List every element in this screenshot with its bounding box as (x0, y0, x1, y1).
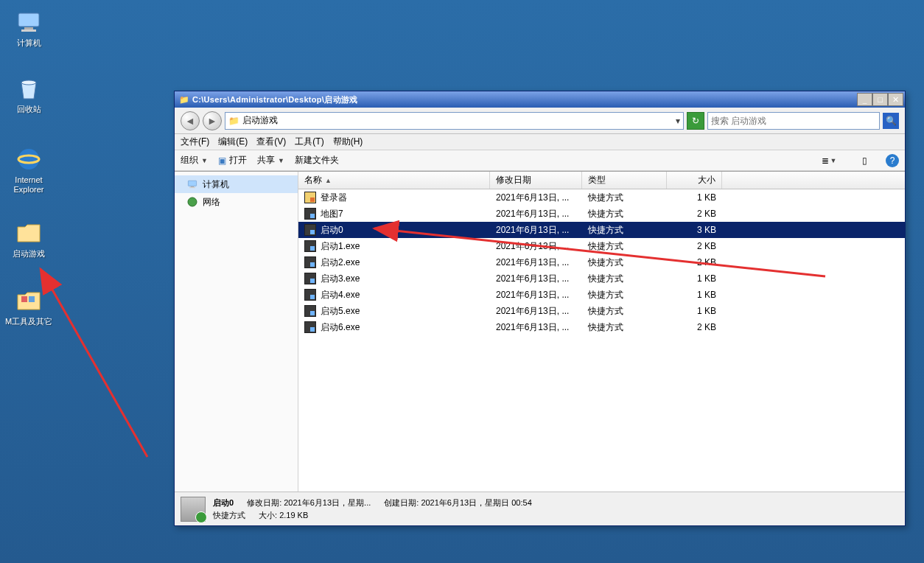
preview-pane-button[interactable]: ▯ (850, 153, 878, 168)
file-list: 名称▲ 修改日期 类型 大小 登录器2021年6月13日, ...快捷方式1 K… (298, 172, 905, 492)
file-type: 快捷方式 (582, 256, 667, 269)
menubar: 文件(F) 编辑(E) 查看(V) 工具(T) 帮助(H) (175, 134, 905, 150)
menu-edit[interactable]: 编辑(E) (218, 136, 248, 148)
sidebar-item-1[interactable]: 网络 (175, 193, 298, 211)
file-date: 2021年6月13日, ... (490, 192, 582, 204)
file-row[interactable]: 启动2.exe2021年6月13日, ...快捷方式2 KB (298, 254, 905, 270)
sidebar: 计算机网络 (175, 172, 298, 492)
search-go-button[interactable]: 🔍 (883, 113, 899, 129)
file-name: 地图7 (321, 208, 343, 220)
minimize-button[interactable]: _ (857, 93, 872, 106)
file-icon (304, 240, 316, 252)
file-size: 3 KB (667, 225, 722, 235)
svg-point-11 (188, 197, 197, 206)
refresh-button[interactable]: ↻ (687, 112, 704, 130)
sidebar-item-label: 网络 (203, 196, 220, 209)
address-bar[interactable]: 📁 启动游戏 ▾ (225, 112, 684, 130)
header-date[interactable]: 修改日期 (490, 172, 582, 189)
file-date: 2021年6月13日, ... (490, 224, 582, 237)
file-icon (304, 273, 316, 284)
file-row[interactable]: 启动5.exe2021年6月13日, ...快捷方式1 KB (298, 303, 905, 319)
file-type: 快捷方式 (582, 224, 667, 237)
file-name: 登录器 (321, 192, 347, 204)
file-type: 快捷方式 (582, 192, 667, 204)
close-button[interactable]: ✕ (888, 93, 903, 106)
desktop-icon-label: InternetExplorer (14, 175, 44, 195)
file-type: 快捷方式 (582, 305, 667, 318)
file-date: 2021年6月13日, ... (490, 289, 582, 301)
svg-rect-0 (18, 13, 39, 27)
open-button[interactable]: ▣打开 (218, 154, 247, 167)
menu-view[interactable]: 查看(V) (256, 136, 286, 148)
desktop-icon-0[interactable]: 计算机 (1, 7, 56, 48)
desktop-icon-3[interactable]: 启动游戏 (1, 218, 56, 259)
file-name: 启动2.exe (321, 256, 360, 269)
share-button[interactable]: 共享▼ (257, 154, 284, 167)
recycle-icon (14, 74, 43, 103)
file-date: 2021年6月13日, ... (490, 305, 582, 318)
status-type: 快捷方式 (213, 510, 245, 521)
svg-rect-1 (24, 27, 33, 29)
desktop-icon-2[interactable]: InternetExplorer (1, 144, 56, 195)
network-icon (186, 196, 198, 208)
file-size: 1 KB (667, 306, 722, 316)
file-name: 启动0 (321, 224, 343, 237)
file-row[interactable]: 登录器2021年6月13日, ...快捷方式1 KB (298, 189, 905, 206)
folder-multi-icon (14, 286, 43, 315)
desktop-icon-1[interactable]: 回收站 (1, 74, 56, 114)
file-icon (304, 305, 316, 317)
header-type[interactable]: 类型 (582, 172, 667, 189)
file-type: 快捷方式 (582, 289, 667, 301)
forward-button[interactable]: ► (203, 111, 222, 130)
file-row[interactable]: 启动02021年6月13日, ...快捷方式3 KB (298, 222, 905, 238)
svg-rect-8 (188, 181, 196, 186)
file-type: 快捷方式 (582, 208, 667, 220)
file-name: 启动3.exe (321, 273, 360, 285)
file-size: 2 KB (667, 257, 722, 267)
file-name: 启动6.exe (321, 321, 360, 334)
organize-button[interactable]: 组织▼ (181, 154, 208, 167)
file-icon (304, 321, 316, 333)
help-button[interactable]: ? (886, 154, 899, 167)
file-row[interactable]: 启动3.exe2021年6月13日, ...快捷方式1 KB (298, 270, 905, 287)
search-input[interactable] (711, 116, 876, 126)
desktop-icon-label: 计算机 (17, 38, 41, 48)
desktop-icon-label: 回收站 (17, 105, 41, 114)
header-size[interactable]: 大小 (667, 172, 722, 189)
menu-file[interactable]: 文件(F) (181, 136, 209, 148)
svg-rect-7 (29, 296, 35, 302)
file-size: 2 KB (667, 209, 722, 219)
file-row[interactable]: 启动1.exe2021年6月13日, ...快捷方式2 KB (298, 238, 905, 254)
computer-icon (14, 7, 43, 37)
search-box[interactable] (707, 112, 880, 130)
sidebar-item-0[interactable]: 计算机 (175, 175, 298, 193)
desktop-icon-4[interactable]: M工具及其它 (1, 286, 56, 326)
status-size: 2.19 KB (279, 511, 308, 520)
svg-rect-10 (189, 187, 195, 188)
file-date: 2021年6月13日, ... (490, 240, 582, 253)
file-name: 启动4.exe (321, 289, 360, 301)
titlebar[interactable]: 📁 C:\Users\Administrator\Desktop\启动游戏 _ … (175, 91, 905, 108)
status-created: 2021年6月13日，星期日 00:54 (421, 498, 531, 507)
view-mode-button[interactable]: ≣ ▼ (815, 153, 843, 168)
maximize-button[interactable]: □ (872, 93, 888, 106)
file-name: 启动1.exe (321, 240, 360, 253)
address-dropdown-icon[interactable]: ▾ (676, 116, 680, 126)
file-icon (304, 289, 316, 301)
svg-rect-2 (21, 29, 36, 32)
new-folder-button[interactable]: 新建文件夹 (295, 154, 339, 167)
menu-tools[interactable]: 工具(T) (295, 136, 323, 148)
folder-icon: 📁 (228, 116, 239, 126)
file-date: 2021年6月13日, ... (490, 208, 582, 220)
status-modified: 2021年6月13日，星期... (284, 498, 371, 507)
menu-help[interactable]: 帮助(H) (333, 136, 363, 148)
file-icon (304, 192, 316, 203)
file-row[interactable]: 地图72021年6月13日, ...快捷方式2 KB (298, 206, 905, 222)
back-button[interactable]: ◄ (181, 111, 200, 130)
file-row[interactable]: 启动6.exe2021年6月13日, ...快捷方式2 KB (298, 319, 905, 335)
file-icon (304, 208, 316, 220)
file-row[interactable]: 启动4.exe2021年6月13日, ...快捷方式1 KB (298, 287, 905, 303)
header-name[interactable]: 名称▲ (298, 172, 490, 189)
file-size: 1 KB (667, 290, 722, 300)
explorer-window: 📁 C:\Users\Administrator\Desktop\启动游戏 _ … (174, 91, 906, 526)
